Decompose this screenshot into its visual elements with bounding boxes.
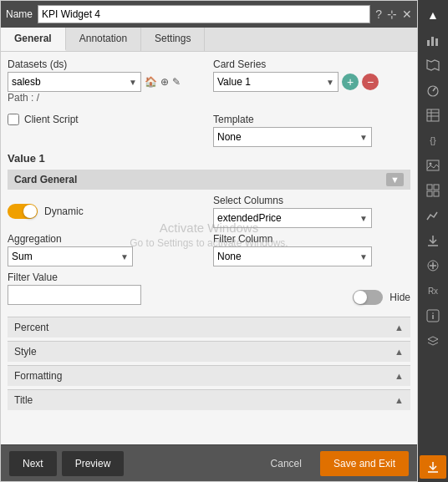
sidebar-plugin-icon[interactable]	[420, 254, 446, 277]
filter-column-col: Filter Column None ▼	[213, 233, 410, 266]
title-bar: Name ? ⊹ ✕	[1, 1, 417, 28]
title-bar-icons: ? ⊹ ✕	[375, 8, 412, 21]
aggregation-dropdown[interactable]: Sum ▼	[8, 246, 133, 266]
dynamic-columns-row: Dynamic Select Columns extendedPrice ▼	[8, 195, 410, 228]
svg-rect-12	[427, 185, 432, 190]
select-columns-value: extendedPrice	[217, 212, 356, 224]
card-series-dropdown[interactable]: Value 1 ▼	[213, 72, 339, 92]
aggregation-value: Sum	[12, 251, 117, 262]
datasets-value: salesb	[12, 76, 125, 88]
close-icon[interactable]: ✕	[402, 8, 412, 21]
aggregation-arrow-icon: ▼	[120, 252, 129, 261]
filter-column-dropdown[interactable]: None ▼	[213, 246, 372, 266]
save-exit-button[interactable]: Save and Exit	[320, 451, 409, 476]
client-script-checkbox[interactable]	[8, 114, 19, 125]
sidebar-up-icon[interactable]: ▲	[420, 3, 446, 27]
help-icon[interactable]: ?	[375, 8, 382, 21]
percent-arrow-icon: ▲	[395, 322, 404, 332]
add-dataset-icon[interactable]: ⊕	[160, 76, 169, 88]
select-columns-col: Select Columns extendedPrice ▼	[213, 195, 410, 228]
select-columns-label: Select Columns	[213, 195, 410, 206]
dynamic-toggle-container: Dynamic	[8, 204, 205, 219]
style-arrow-icon: ▲	[395, 347, 404, 357]
content-area: Datasets (ds) salesb ▼ 🏠 ⊕ ✎ Path : /	[1, 52, 417, 444]
formatting-label: Formatting	[14, 370, 62, 382]
cancel-button[interactable]: Cancel	[257, 451, 315, 476]
hide-toggle[interactable]	[353, 290, 383, 305]
filter-column-value: None	[217, 251, 356, 262]
style-section[interactable]: Style ▲	[8, 341, 410, 362]
filter-value-col: Filter Value	[8, 271, 205, 305]
sidebar-rx-icon[interactable]: Rx	[420, 279, 446, 302]
percent-section[interactable]: Percent ▲	[8, 317, 410, 337]
sidebar-info-icon[interactable]	[420, 304, 446, 327]
svg-point-11	[430, 163, 432, 165]
sidebar-download2-icon[interactable]	[420, 229, 446, 252]
bottom-right: Cancel Save and Exit	[257, 451, 409, 476]
move-icon[interactable]: ⊹	[387, 8, 397, 21]
next-button[interactable]: Next	[9, 451, 57, 476]
widget-name-input[interactable]	[38, 5, 370, 23]
datasets-label: Datasets (ds)	[8, 58, 205, 70]
hide-col: Hide	[213, 271, 410, 305]
datasets-row: Datasets (ds) salesb ▼ 🏠 ⊕ ✎ Path : /	[8, 58, 410, 109]
tabs: General Annotation Settings	[1, 28, 417, 52]
template-arrow-icon: ▼	[359, 133, 368, 142]
template-dropdown[interactable]: None ▼	[213, 127, 372, 147]
card-general-label: Card General	[14, 174, 77, 185]
filter-column-label: Filter Column	[213, 233, 410, 245]
sidebar-grid-icon[interactable]	[420, 179, 446, 202]
preview-button[interactable]: Preview	[62, 451, 125, 476]
sidebar-code-icon[interactable]: {}	[420, 129, 446, 152]
card-general-section[interactable]: Card General ▼	[8, 170, 410, 190]
client-script-row: Client Script	[8, 114, 205, 125]
title-arrow-icon: ▲	[395, 395, 404, 405]
tab-settings[interactable]: Settings	[141, 28, 205, 51]
svg-rect-15	[434, 191, 439, 196]
filter-value-input[interactable]	[8, 285, 141, 305]
datasets-dropdown[interactable]: salesb ▼	[8, 72, 141, 92]
path-label: Path :	[8, 92, 33, 104]
dynamic-toggle[interactable]	[8, 204, 38, 219]
card-series-value: Value 1	[217, 76, 323, 88]
client-template-row: Client Script Template None ▼	[8, 114, 410, 147]
datasets-col: Datasets (ds) salesb ▼ 🏠 ⊕ ✎ Path : /	[8, 58, 205, 109]
select-columns-dropdown[interactable]: extendedPrice ▼	[213, 208, 372, 228]
hide-row: Hide	[353, 290, 410, 305]
sidebar-gauge-icon[interactable]	[420, 79, 446, 102]
style-label: Style	[14, 346, 37, 358]
sidebar-layers-icon[interactable]	[420, 329, 446, 353]
client-script-label: Client Script	[24, 114, 79, 125]
home-icon[interactable]: 🏠	[145, 76, 157, 88]
formatting-arrow-icon: ▲	[395, 371, 404, 381]
svg-rect-1	[431, 37, 434, 46]
template-value: None	[217, 131, 356, 143]
path-value: /	[37, 92, 39, 104]
sidebar-bar-chart-icon[interactable]	[420, 28, 446, 52]
sidebar-line-chart-icon[interactable]	[420, 204, 446, 227]
sidebar-map-icon[interactable]	[420, 53, 446, 77]
title-label: Title	[14, 394, 33, 406]
sidebar-download-icon[interactable]	[420, 455, 446, 479]
dynamic-col: Dynamic	[8, 195, 205, 228]
tab-annotation[interactable]: Annotation	[66, 28, 141, 51]
svg-rect-13	[434, 185, 439, 190]
filter-value-label: Filter Value	[8, 271, 205, 283]
sidebar-image-icon[interactable]	[420, 154, 446, 177]
value-header: Value 1	[8, 152, 410, 165]
sidebar-table-icon[interactable]	[420, 104, 446, 127]
bottom-bar: Next Preview Cancel Save and Exit	[1, 444, 417, 481]
delete-series-button[interactable]: −	[362, 74, 379, 90]
edit-dataset-icon[interactable]: ✎	[172, 76, 181, 88]
filter-value-row: Filter Value Hide	[8, 271, 410, 305]
toggle-knob	[23, 205, 37, 218]
client-script-col: Client Script	[8, 114, 205, 147]
svg-marker-3	[427, 60, 439, 70]
formatting-section[interactable]: Formatting ▲	[8, 365, 410, 386]
tab-general[interactable]: General	[1, 28, 66, 51]
hide-label: Hide	[389, 292, 410, 303]
svg-rect-0	[427, 40, 430, 46]
svg-point-23	[432, 312, 434, 314]
title-section[interactable]: Title ▲	[8, 389, 410, 410]
add-series-button[interactable]: +	[342, 74, 359, 90]
